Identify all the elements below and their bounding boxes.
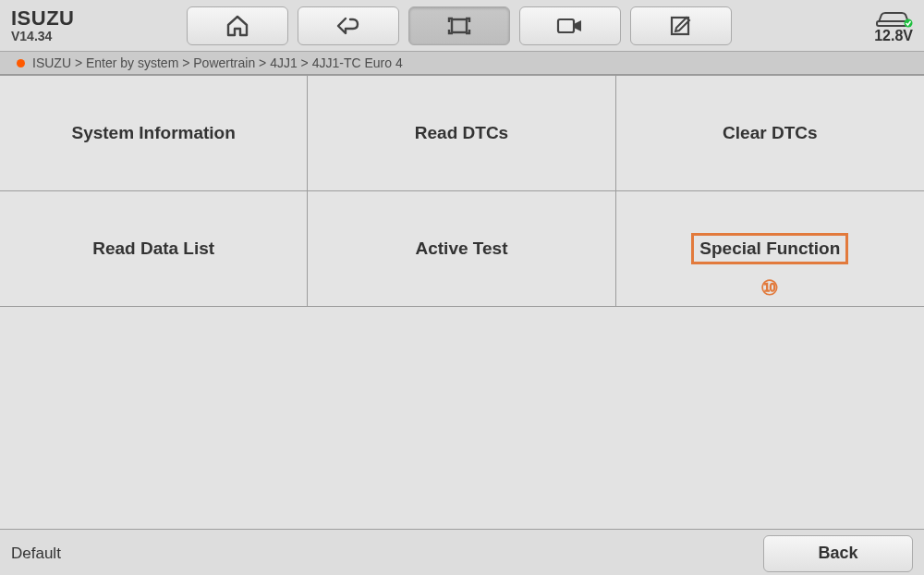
menu-item-active-test[interactable]: Active Test	[308, 191, 615, 307]
home-button[interactable]	[187, 6, 288, 45]
breadcrumb-dot-icon	[17, 59, 25, 67]
brand-block: ISUZU V14.34	[0, 7, 187, 44]
return-icon	[334, 14, 362, 38]
back-button[interactable]	[298, 6, 399, 45]
video-icon	[555, 15, 585, 37]
footer-status: Default	[11, 544, 61, 563]
voltage-indicator: 12.8V	[874, 8, 924, 43]
breadcrumb-text: ISUZU > Enter by system > Powertrain > 4…	[32, 55, 403, 70]
menu-item-read-data-list[interactable]: Read Data List	[0, 191, 308, 307]
menu-item-read-dtcs[interactable]: Read DTCs	[308, 76, 615, 191]
screenshot-button[interactable]	[408, 6, 510, 45]
svg-rect-2	[672, 18, 688, 34]
car-icon	[874, 8, 913, 29]
edit-icon	[668, 14, 694, 38]
back-footer-label: Back	[818, 544, 857, 563]
menu-item-label: Read Data List	[92, 239, 214, 259]
menu-item-special-function[interactable]: Special Function ⑩	[616, 191, 924, 307]
header-bar: ISUZU V14.34	[0, 0, 924, 52]
header-buttons	[187, 6, 732, 45]
menu-item-label: Special Function	[699, 239, 840, 258]
menu-item-system-information[interactable]: System Information	[0, 76, 308, 191]
main-area: System Information Read DTCs Clear DTCs …	[0, 75, 924, 529]
menu-item-label: Active Test	[416, 239, 508, 259]
svg-rect-1	[558, 19, 574, 32]
menu-item-label: System Information	[71, 123, 235, 143]
brand-version: V14.34	[11, 30, 187, 43]
screenshot-icon	[445, 14, 473, 38]
menu-item-clear-dtcs[interactable]: Clear DTCs	[616, 76, 924, 191]
menu-item-label: Clear DTCs	[723, 123, 817, 143]
svg-point-4	[905, 18, 913, 27]
breadcrumb: ISUZU > Enter by system > Powertrain > 4…	[0, 52, 924, 75]
highlight-box: Special Function	[691, 233, 848, 264]
back-footer-button[interactable]: Back	[763, 535, 913, 572]
svg-rect-0	[452, 19, 467, 32]
edit-button[interactable]	[630, 6, 732, 45]
record-button[interactable]	[519, 6, 621, 45]
home-icon	[225, 14, 250, 38]
menu-grid: System Information Read DTCs Clear DTCs …	[0, 75, 924, 307]
voltage-value: 12.8V	[874, 29, 913, 43]
brand-title: ISUZU	[11, 7, 187, 30]
menu-item-label: Read DTCs	[415, 123, 508, 143]
footer-bar: Default Back	[0, 529, 924, 575]
annotation-marker: ⑩	[760, 276, 779, 300]
